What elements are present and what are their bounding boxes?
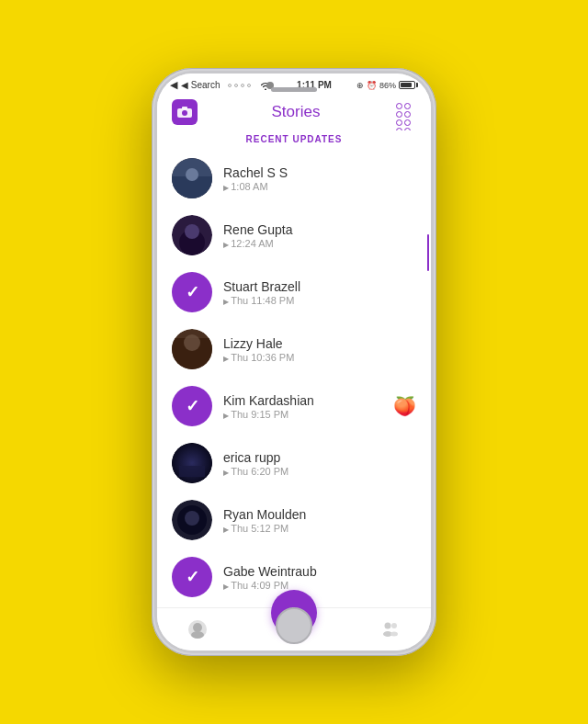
story-name: Ryan Moulden (223, 507, 416, 522)
alarm-icon: ⏰ (367, 81, 377, 90)
svg-point-11 (184, 334, 200, 351)
story-name: Rene Gupta (223, 222, 416, 237)
signal-dot3 (241, 84, 244, 87)
svg-rect-2 (182, 107, 187, 109)
avatar-gabe-checked: ✓ (172, 557, 212, 597)
page-title: Stories (272, 103, 321, 121)
story-item-lizzy[interactable]: Lizzy Hale Thu 10:36 PM (157, 321, 431, 378)
svg-point-13 (172, 443, 212, 483)
story-name: Gabe Weintraub (223, 564, 416, 579)
avatar-rachel (172, 158, 212, 198)
avatar-lizzy (172, 329, 212, 369)
story-item-kim[interactable]: ✓ Kim Kardashian Thu 9:15 PM 🍑 (157, 378, 431, 435)
story-name: Stuart Brazell (223, 279, 416, 294)
grid-dot (404, 119, 411, 126)
phone-device: ◀ ◀ Search 1:11 PM (152, 68, 436, 656)
story-info-rachel: Rachel S S 1:08 AM (223, 165, 416, 192)
home-button[interactable] (276, 607, 312, 644)
svg-point-1 (182, 110, 187, 116)
story-time: 1:08 AM (223, 181, 416, 192)
story-item-ryan[interactable]: Ryan Moulden Thu 5:12 PM (157, 492, 431, 549)
grid-dot (404, 103, 411, 109)
check-icon: ✓ (186, 282, 199, 302)
section-label: RECENT UPDATES (157, 130, 431, 150)
story-name: Rachel S S (223, 165, 416, 180)
story-info-lizzy: Lizzy Hale Thu 10:36 PM (223, 336, 416, 363)
svg-point-22 (384, 623, 390, 629)
grid-dot (404, 111, 411, 118)
battery-pct: 86% (379, 81, 396, 90)
check-icon: ✓ (186, 396, 199, 416)
avatar-ryan (172, 500, 212, 540)
story-name: erica rupp (223, 450, 416, 465)
story-time: Thu 6:20 PM (223, 466, 416, 477)
story-time: Thu 11:48 PM (223, 295, 416, 306)
avatar-rene (172, 215, 212, 255)
svg-point-19 (193, 623, 202, 632)
stories-list[interactable]: Rachel S S 1:08 AM Rene Gupta (157, 150, 431, 607)
grid-button[interactable] (394, 101, 416, 123)
story-item-rachel[interactable]: Rachel S S 1:08 AM (157, 150, 431, 207)
grid-dot (396, 111, 402, 118)
phone-inner: ◀ ◀ Search 1:11 PM (154, 71, 434, 653)
story-time: 12:24 AM (223, 238, 416, 249)
status-left: ◀ ◀ Search (170, 79, 272, 91)
signal-dot4 (247, 84, 251, 87)
story-item-rene[interactable]: Rene Gupta 12:24 AM (157, 207, 431, 264)
story-time: Thu 4:09 PM (223, 580, 416, 591)
avatar-erica (172, 443, 212, 483)
story-time: Thu 5:12 PM (223, 523, 416, 534)
battery-icon (399, 81, 418, 89)
story-info-ryan: Ryan Moulden Thu 5:12 PM (223, 507, 416, 534)
nav-ghost-icon[interactable] (184, 616, 211, 643)
svg-point-20 (191, 631, 204, 639)
story-time: Thu 9:15 PM (223, 409, 388, 420)
story-info-rene: Rene Gupta 12:24 AM (223, 222, 416, 249)
grid-dot (396, 119, 402, 126)
story-info-kim: Kim Kardashian Thu 9:15 PM (223, 393, 388, 420)
story-item-stuart[interactable]: ✓ Stuart Brazell Thu 11:48 PM (157, 264, 431, 321)
speaker (271, 87, 317, 92)
story-time: Thu 10:36 PM (223, 352, 416, 363)
story-emoji-peach: 🍑 (393, 395, 416, 417)
svg-rect-14 (179, 466, 205, 477)
location-icon: ⊕ (356, 81, 364, 90)
camera-button[interactable] (172, 99, 198, 125)
app-header: Stories (157, 94, 431, 130)
svg-point-5 (186, 168, 198, 181)
check-icon: ✓ (186, 567, 199, 587)
phone-screen: ◀ ◀ Search 1:11 PM (157, 74, 431, 650)
story-name: Lizzy Hale (223, 336, 416, 351)
story-info-erica: erica rupp Thu 6:20 PM (223, 450, 416, 477)
nav-people-icon[interactable] (377, 616, 404, 643)
story-info-gabe: Gabe Weintraub Thu 4:09 PM (223, 564, 416, 591)
story-item-erica[interactable]: erica rupp Thu 6:20 PM (157, 435, 431, 492)
svg-point-25 (390, 632, 398, 637)
avatar-kim-checked: ✓ (172, 386, 212, 426)
story-info-stuart: Stuart Brazell Thu 11:48 PM (223, 279, 416, 306)
back-arrow: ◀ (170, 79, 177, 91)
signal-dot1 (228, 84, 232, 87)
svg-point-24 (391, 623, 397, 628)
avatar-stuart-checked: ✓ (172, 272, 212, 312)
svg-point-8 (185, 224, 199, 239)
search-label[interactable]: ◀ Search (181, 80, 220, 90)
status-right: ⊕ ⏰ 86% (356, 81, 418, 90)
grid-dot (396, 103, 402, 109)
signal-dot2 (234, 84, 238, 87)
story-name: Kim Kardashian (223, 393, 388, 408)
svg-point-17 (185, 511, 199, 526)
